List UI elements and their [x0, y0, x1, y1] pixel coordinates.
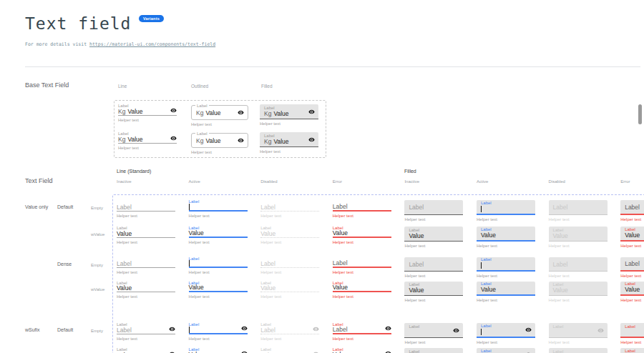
- text-field-line-disabled-value[interactable]: Label Value Helper text: [260, 347, 319, 353]
- text-field-line-inactive-value[interactable]: Label Value Helper text: [117, 280, 175, 303]
- matrix-row: Label Helper text Label Helper text Labe…: [117, 256, 644, 279]
- eye-icon[interactable]: [313, 326, 319, 332]
- text-field-line-disabled-empty[interactable]: Label Helper text: [260, 256, 319, 279]
- text-field-filled-active-empty[interactable]: Label Helper text: [477, 199, 535, 222]
- text-field-filled-inactive-empty[interactable]: Label Helper text: [404, 322, 463, 345]
- field-box: Label: [549, 323, 608, 338]
- text-field-line-active-value[interactable]: Label Value Helper text: [189, 225, 248, 249]
- field-box: Label: [549, 200, 608, 215]
- eye-icon[interactable]: [597, 327, 604, 334]
- field-helper-text: Helper text: [477, 244, 535, 249]
- eye-icon[interactable]: [453, 327, 459, 334]
- text-field-filled-inactive-value[interactable]: Label Value Helper text: [404, 280, 463, 303]
- text-field-line-active-empty[interactable]: Label Helper text: [189, 256, 248, 279]
- eye-icon[interactable]: [170, 135, 177, 141]
- text-field-filled-active-value[interactable]: Label Value Helper text: [477, 280, 535, 303]
- eye-icon[interactable]: [385, 325, 391, 332]
- text-field-filled-disabled-value[interactable]: Label Value Helper text: [549, 225, 608, 249]
- text-field-line-disabled-empty[interactable]: Label Helper text: [260, 199, 319, 222]
- text-field-filled-disabled-value[interactable]: Label Value Helper text: [549, 347, 608, 353]
- text-field-line-inactive-base[interactable]: Label KgValue Helper text: [118, 131, 177, 151]
- group-header-line-standard: Line (Standard): [117, 169, 151, 174]
- text-field-line-error-empty[interactable]: Label Helper text: [333, 256, 391, 279]
- eye-icon[interactable]: [308, 109, 315, 115]
- eye-icon[interactable]: [241, 350, 248, 353]
- text-field-filled-active-empty[interactable]: Label Helper text: [477, 322, 535, 345]
- field-box: Label Value: [620, 227, 644, 242]
- field-input: [189, 204, 248, 212]
- text-field-line-active-empty[interactable]: Label Helper text: [189, 322, 248, 345]
- text-field-filled-error-value[interactable]: Label Value Helper text: [620, 225, 644, 249]
- eye-icon[interactable]: [170, 107, 177, 114]
- field-input: [625, 329, 644, 335]
- eye-icon[interactable]: [169, 326, 175, 332]
- field-value: Value: [625, 232, 640, 239]
- text-field-outlined-base[interactable]: Label Kg Value Helper text: [191, 133, 248, 155]
- text-field-filled-disabled-empty[interactable]: Label Helper text: [549, 199, 608, 222]
- text-field-filled-active-value[interactable]: Label Value Helper text: [477, 347, 535, 353]
- field-input: KgValue: [118, 109, 177, 116]
- text-field-filled-disabled-empty[interactable]: Label Helper text: [549, 256, 608, 279]
- text-field-filled-error-empty[interactable]: Label Helper text: [620, 256, 644, 279]
- row-fill-label: Empty: [91, 329, 103, 333]
- text-field-line-inactive-empty[interactable]: Label Label Helper text: [117, 322, 175, 345]
- scrollbar-thumb[interactable]: [638, 104, 642, 124]
- eye-icon[interactable]: [385, 350, 391, 353]
- eye-icon[interactable]: [238, 109, 244, 116]
- field-helper-text: Helper text: [549, 340, 608, 345]
- text-field-line-inactive-value[interactable]: Label Value Helper text: [117, 347, 175, 353]
- field-box: Label: [477, 200, 535, 215]
- eye-icon[interactable]: [238, 137, 244, 144]
- text-cursor: [481, 262, 482, 269]
- row-fill-label: wValue: [91, 287, 104, 292]
- text-field-line-error-value[interactable]: Label Value Helper text: [333, 280, 391, 303]
- text-field-line-inactive-empty[interactable]: Label Helper text: [117, 199, 175, 222]
- text-field-filled-inactive-value[interactable]: Label Value Helper text: [404, 347, 463, 353]
- text-field-filled-inactive-base[interactable]: Label KgValue Helper text: [260, 104, 318, 126]
- eye-icon[interactable]: [525, 327, 532, 333]
- field-input: [481, 329, 531, 335]
- text-field-line-inactive-base[interactable]: Label KgValue Helper text: [118, 103, 177, 123]
- text-field-line-inactive-value[interactable]: Label Value Helper text: [117, 225, 175, 249]
- text-field-filled-error-value[interactable]: Label Value Helper text: [620, 280, 644, 303]
- field-value: Value: [127, 109, 142, 115]
- text-field-filled-disabled-empty[interactable]: Label Helper text: [549, 322, 608, 345]
- field-box: Label Value: [549, 282, 608, 296]
- text-field-filled-error-empty[interactable]: Label Helper text: [620, 199, 644, 222]
- text-field-line-error-empty[interactable]: Label Label Helper text: [333, 322, 391, 345]
- field-prefix: Kg: [264, 139, 271, 145]
- text-field-filled-inactive-empty[interactable]: Label Helper text: [404, 199, 463, 222]
- text-field-line-error-value[interactable]: Label Value Helper text: [333, 225, 391, 249]
- field-input: Label: [260, 204, 319, 212]
- text-field-filled-active-empty[interactable]: Label Helper text: [477, 256, 535, 279]
- field-prefix: Kg: [118, 109, 125, 115]
- subtitle-text: For more details visit: [25, 41, 89, 47]
- text-field-filled-inactive-base[interactable]: Label KgValue Helper text: [260, 132, 318, 154]
- field-helper-text: Helper text: [260, 337, 319, 342]
- text-field-filled-disabled-value[interactable]: Label Value Helper text: [549, 280, 608, 303]
- text-field-line-disabled-value[interactable]: Label Value Helper text: [260, 225, 319, 249]
- text-field-line-disabled-value[interactable]: Label Value Helper text: [260, 280, 319, 303]
- text-field-outlined-base[interactable]: Label Kg Value Helper text: [191, 105, 248, 127]
- text-field-line-disabled-empty[interactable]: Label Label Helper text: [260, 322, 319, 345]
- field-value: Value: [127, 136, 142, 143]
- field-helper-text: Helper text: [117, 270, 175, 275]
- variants-badge[interactable]: Variants: [139, 15, 164, 22]
- text-field-filled-error-empty[interactable]: Label Helper text: [620, 322, 644, 345]
- text-cursor: [189, 204, 190, 210]
- text-field-filled-active-value[interactable]: Label Value Helper text: [477, 225, 535, 249]
- text-field-line-active-empty[interactable]: Label Helper text: [189, 199, 248, 222]
- text-field-line-error-empty[interactable]: Label Helper text: [333, 199, 391, 222]
- field-box: Label Value: [620, 348, 644, 353]
- text-field-line-error-value[interactable]: Label Value Helper text: [333, 347, 391, 353]
- text-field-filled-inactive-empty[interactable]: Label Helper text: [404, 256, 463, 279]
- text-field-filled-inactive-value[interactable]: Label Value Helper text: [404, 225, 463, 249]
- row-group-label: wSufix: [25, 327, 40, 332]
- text-field-line-inactive-empty[interactable]: Label Helper text: [117, 256, 175, 279]
- docs-link[interactable]: https://material-ui.com/components/text-…: [89, 41, 215, 47]
- text-field-line-active-value[interactable]: Label Value Helper text: [189, 280, 248, 303]
- text-field-filled-error-value[interactable]: Label Value Helper text: [620, 347, 644, 353]
- text-field-line-active-value[interactable]: Label Value Helper text: [189, 347, 248, 353]
- eye-icon[interactable]: [241, 325, 248, 332]
- eye-icon[interactable]: [308, 136, 315, 143]
